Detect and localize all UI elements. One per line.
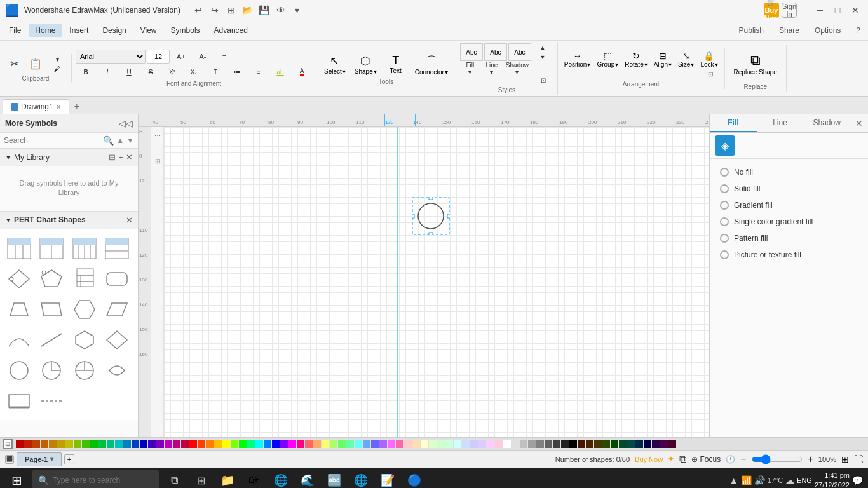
shape-doc[interactable] <box>71 265 98 293</box>
color-swatch[interactable] <box>553 440 560 448</box>
close-button[interactable]: ✕ <box>848 3 863 18</box>
shape-trapezoid[interactable] <box>5 295 33 323</box>
color-swatch[interactable] <box>206 440 214 448</box>
font-size-decrease-button[interactable]: A- <box>193 50 213 64</box>
align-button[interactable]: ≡ <box>214 50 234 64</box>
color-swatch[interactable] <box>222 440 230 448</box>
tab-close-button[interactable]: ✕ <box>56 104 61 111</box>
color-swatch[interactable] <box>288 440 296 448</box>
color-swatch[interactable] <box>330 440 337 448</box>
style-scroll-up[interactable]: ▲ <box>532 43 553 51</box>
color-swatch[interactable] <box>503 440 511 448</box>
color-swatch[interactable] <box>487 440 494 448</box>
buy-now-status[interactable]: Buy Now <box>635 456 663 463</box>
buy-now-button[interactable]: 🛒 Buy Now <box>764 3 779 18</box>
search-scroll-up[interactable]: ▲ <box>116 136 124 145</box>
menu-insert[interactable]: Insert <box>63 24 95 37</box>
color-swatch[interactable] <box>429 440 437 448</box>
zoom-slider[interactable] <box>752 454 803 464</box>
connector-tool-button[interactable]: ⌒ Connector▾ <box>411 52 452 77</box>
subscript-button[interactable]: X₂ <box>184 65 204 79</box>
color-swatch[interactable] <box>32 440 40 448</box>
select-tool-button[interactable]: ↖ Select▾ <box>320 53 349 76</box>
color-swatch[interactable] <box>652 440 660 448</box>
color-swatch[interactable] <box>214 440 222 448</box>
color-swatch[interactable] <box>247 440 255 448</box>
color-swatch[interactable] <box>255 440 263 448</box>
new-button[interactable]: ⊞ <box>224 3 239 18</box>
color-swatch[interactable] <box>239 440 247 448</box>
line-button[interactable]: Line ▾ <box>482 62 502 75</box>
share-button[interactable]: Share <box>774 24 804 37</box>
color-swatch[interactable] <box>478 440 486 448</box>
menu-view[interactable]: View <box>134 24 163 37</box>
fill-option-single-gradient[interactable]: Single color gradient fill <box>717 214 860 230</box>
color-swatch[interactable] <box>280 440 288 448</box>
taskbar-app2[interactable]: 🌐 <box>349 469 372 488</box>
taskbar-store[interactable]: 🛍 <box>243 469 266 488</box>
shape-diamond1[interactable] <box>5 265 33 293</box>
fullscreen-button[interactable]: ⛶ <box>854 454 863 464</box>
shape-hexagon[interactable] <box>71 295 98 323</box>
color-swatch[interactable] <box>421 440 428 448</box>
layers-button[interactable]: ⧉ <box>679 454 686 465</box>
group-button[interactable]: ⬚ Group▾ <box>594 50 621 69</box>
tab-drawing1[interactable]: Drawing1 ✕ <box>3 99 69 114</box>
format-painter-button[interactable]: 🖌 <box>47 65 67 74</box>
save-button[interactable]: 💾 <box>257 3 272 18</box>
taskbar-search-input[interactable] <box>53 476 153 485</box>
page-tab[interactable]: Page-1 ▾ <box>17 452 62 466</box>
indent-button[interactable]: ≡ <box>248 65 269 79</box>
style-abc-2[interactable]: Abc <box>484 43 507 61</box>
shape-pie[interactable] <box>37 356 65 384</box>
color-swatch[interactable] <box>462 440 470 448</box>
my-library-header[interactable]: ▼ My Library ⊟ + ✕ <box>0 149 138 166</box>
list-button[interactable]: ≔ <box>227 65 247 79</box>
maximize-button[interactable]: □ <box>830 3 845 18</box>
taskbar-edge[interactable]: 🌊 <box>296 469 319 488</box>
color-swatch[interactable] <box>181 440 189 448</box>
start-button[interactable]: ⊞ <box>5 469 28 488</box>
color-swatch[interactable] <box>297 440 304 448</box>
add-page-button[interactable]: + <box>64 454 74 464</box>
menu-symbols[interactable]: Symbols <box>165 24 207 37</box>
color-swatch[interactable] <box>470 440 478 448</box>
focus-button[interactable]: ⊕ Focus <box>691 455 721 464</box>
bold-button[interactable]: B <box>76 65 96 79</box>
color-picker-button[interactable]: ⊟ <box>3 439 13 449</box>
menu-home[interactable]: Home <box>29 24 62 37</box>
sign-in-button[interactable]: Sign In <box>782 3 797 18</box>
taskbar-datetime[interactable]: 1:41 pm 27/12/2022 <box>815 471 850 488</box>
color-swatch[interactable] <box>586 440 593 448</box>
shape-pie2[interactable] <box>71 356 98 384</box>
chevron-up-icon[interactable]: ▲ <box>729 475 738 485</box>
color-swatch[interactable] <box>264 440 271 448</box>
color-swatch[interactable] <box>545 440 552 448</box>
arrangement-expand[interactable]: ⊡ <box>700 69 721 79</box>
color-swatch[interactable] <box>619 440 627 448</box>
search-scroll-down[interactable]: ▼ <box>126 136 134 145</box>
color-swatch[interactable] <box>231 440 238 448</box>
zoom-out-button[interactable]: − <box>740 454 746 465</box>
publish-button[interactable]: Publish <box>734 24 769 37</box>
underline-button[interactable]: U <box>119 65 139 79</box>
color-swatch[interactable] <box>363 440 370 448</box>
font-color-button[interactable]: A <box>292 65 312 79</box>
superscript-button[interactable]: X² <box>162 65 182 79</box>
shape-rect-bottom[interactable] <box>5 387 33 415</box>
fit-page-button[interactable]: ⊞ <box>841 454 849 464</box>
taskview-button[interactable]: ⧉ <box>163 469 186 488</box>
position-button[interactable]: ↔ Position▾ <box>562 50 593 69</box>
copy-button[interactable]: 📋 <box>25 55 46 73</box>
fill-option-gradient[interactable]: Gradient fill <box>717 197 860 214</box>
color-swatch[interactable] <box>74 440 81 448</box>
style-abc-3[interactable]: Abc <box>508 43 531 61</box>
search-input[interactable] <box>4 136 100 145</box>
italic-button[interactable]: I <box>97 65 118 79</box>
help-button[interactable]: ? <box>851 24 865 37</box>
color-swatch[interactable] <box>445 440 453 448</box>
color-swatch[interactable] <box>346 440 354 448</box>
color-swatch[interactable] <box>313 440 321 448</box>
color-swatch[interactable] <box>132 440 139 448</box>
color-swatch[interactable] <box>578 440 585 448</box>
